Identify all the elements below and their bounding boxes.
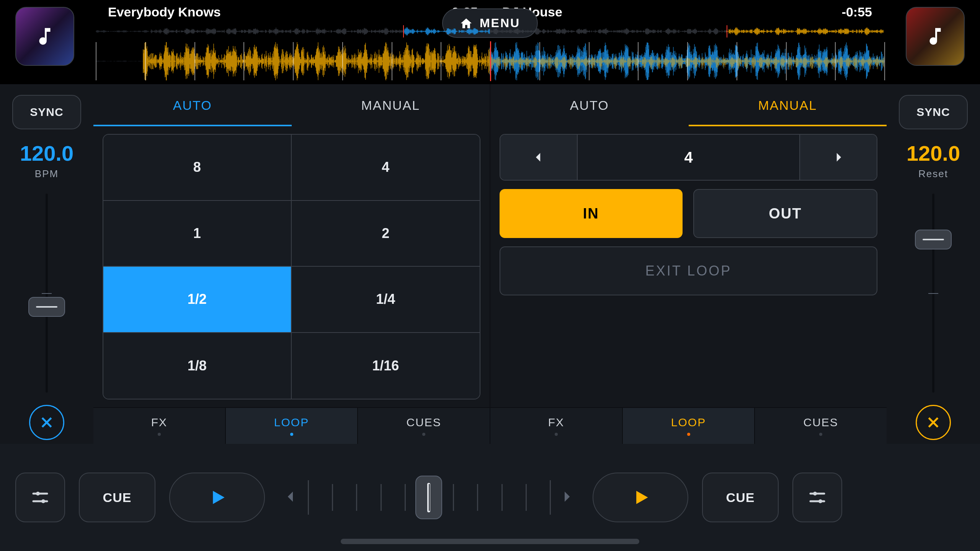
deck-b-time-remaining: -0:55 — [842, 5, 872, 23]
deck-b-loop-decrease-button[interactable] — [500, 135, 577, 180]
deck-a-close-button[interactable] — [29, 405, 64, 440]
chevron-right-icon — [559, 489, 574, 506]
deck-b-bpm-value[interactable]: 120.0 — [906, 141, 960, 166]
subtab-fx[interactable]: FX — [490, 408, 623, 444]
deck-b-loop-length-stepper: 4 — [500, 134, 877, 181]
sliders-icon — [808, 488, 826, 507]
deck-a-side-rail: SYNC 120.0 BPM — [0, 84, 93, 444]
deck-b-mode-tabs: AUTO MANUAL — [490, 84, 887, 126]
chevron-right-icon — [832, 151, 845, 164]
deck-a-tab-manual[interactable]: MANUAL — [292, 84, 490, 126]
deck-b-cue-button[interactable]: CUE — [702, 473, 779, 522]
deck-b-loop-in-button[interactable]: IN — [500, 189, 683, 238]
deck-b-tempo-slider[interactable] — [932, 194, 934, 393]
chevron-left-icon — [532, 151, 545, 164]
deck-a-sync-button[interactable]: SYNC — [12, 95, 81, 129]
main-playhead — [490, 41, 491, 81]
deck-a-loop-cell-1-16[interactable]: 1/16 — [292, 333, 480, 399]
sliders-icon — [31, 488, 49, 507]
deck-b-exit-loop-button[interactable]: EXIT LOOP — [500, 246, 877, 295]
svg-point-3 — [41, 499, 45, 503]
deck-a-loop-cell-2[interactable]: 2 — [292, 201, 480, 267]
home-indicator[interactable] — [341, 539, 639, 544]
deck-a-loop-cell-1-8[interactable]: 1/8 — [103, 333, 292, 399]
chevron-left-icon — [283, 489, 299, 506]
close-icon — [926, 415, 941, 430]
deck-b-mini-playhead — [727, 25, 727, 37]
play-icon — [207, 487, 227, 507]
deck-a-loop-cell-1-4[interactable]: 1/4 — [292, 267, 480, 333]
svg-point-5 — [813, 492, 817, 496]
deck-a-settings-button[interactable] — [15, 473, 65, 522]
deck-a-album-art[interactable] — [15, 7, 74, 66]
deck-a-mode-tabs: AUTO MANUAL — [93, 84, 490, 126]
deck-a-track-title: Everybody Knows — [108, 5, 221, 23]
deck-a-bpm-value[interactable]: 120.0 — [20, 141, 74, 166]
deck-a-tempo-slider[interactable] — [46, 194, 48, 393]
deck-a-cue-button[interactable]: CUE — [79, 473, 155, 522]
deck-a-loop-cell-1[interactable]: 1 — [103, 201, 292, 267]
deck-b-tab-auto[interactable]: AUTO — [490, 84, 689, 126]
deck-b-play-button[interactable] — [593, 473, 688, 522]
crossfader-track[interactable] — [308, 473, 550, 522]
subtab-loop[interactable]: LOOP — [226, 408, 358, 444]
subtab-loop[interactable]: LOOP — [623, 408, 755, 444]
svg-point-7 — [818, 499, 822, 503]
subtab-cues[interactable]: CUES — [358, 408, 490, 444]
deck-b-bpm-sublabel[interactable]: Reset — [918, 168, 948, 180]
deck-a-bpm-sublabel: BPM — [35, 168, 59, 180]
deck-a-play-button[interactable] — [169, 473, 265, 522]
deck-a-panel: AUTO MANUAL 84121/21/41/81/16 FXLOOPCUES — [93, 84, 490, 444]
play-icon — [630, 487, 650, 507]
close-icon — [39, 415, 54, 430]
deck-a-subtabs: FXLOOPCUES — [93, 407, 490, 444]
deck-b-sync-button[interactable]: SYNC — [899, 95, 968, 129]
deck-a-tab-auto[interactable]: AUTO — [93, 84, 292, 126]
waveform-area[interactable] — [96, 23, 884, 84]
deck-b-settings-button[interactable] — [792, 473, 842, 522]
deck-b-tempo-thumb[interactable] — [915, 230, 952, 249]
deck-a-tempo-thumb[interactable] — [28, 297, 65, 317]
deck-b-subtabs: FXLOOPCUES — [490, 407, 887, 444]
subtab-fx[interactable]: FX — [93, 408, 226, 444]
deck-b-loop-out-button[interactable]: OUT — [693, 189, 878, 238]
deck-b-close-button[interactable] — [916, 405, 951, 440]
music-note-icon — [34, 25, 56, 47]
crossfader[interactable] — [283, 473, 574, 522]
deck-b-panel: AUTO MANUAL 4 IN OUT EXIT LOOP FXLOOPCUE… — [490, 84, 887, 444]
deck-b-loop-increase-button[interactable] — [800, 135, 877, 180]
main-panels: AUTO MANUAL 84121/21/41/81/16 FXLOOPCUES… — [93, 84, 887, 444]
svg-point-1 — [36, 492, 40, 496]
deck-a-loop-cell-8[interactable]: 8 — [103, 135, 292, 201]
deck-b-tab-manual[interactable]: MANUAL — [689, 84, 887, 126]
transport-bar: CUE CUE — [0, 444, 980, 551]
deck-b-album-art[interactable] — [906, 7, 965, 66]
deck-b-loop-length-value: 4 — [577, 135, 800, 180]
deck-a-loop-cell-4[interactable]: 4 — [292, 135, 480, 201]
top-track-bar: Everybody Knows -0:25 DJ House -0:55 MEN… — [0, 0, 980, 84]
music-note-icon — [924, 25, 946, 47]
deck-b-side-rail: SYNC 120.0 Reset — [887, 84, 980, 444]
deck-a-loop-cell-1-2[interactable]: 1/2 — [103, 267, 292, 333]
subtab-cues[interactable]: CUES — [755, 408, 887, 444]
deck-a-mini-playhead — [403, 25, 404, 37]
deck-a-loop-grid: 84121/21/41/81/16 — [103, 134, 480, 399]
